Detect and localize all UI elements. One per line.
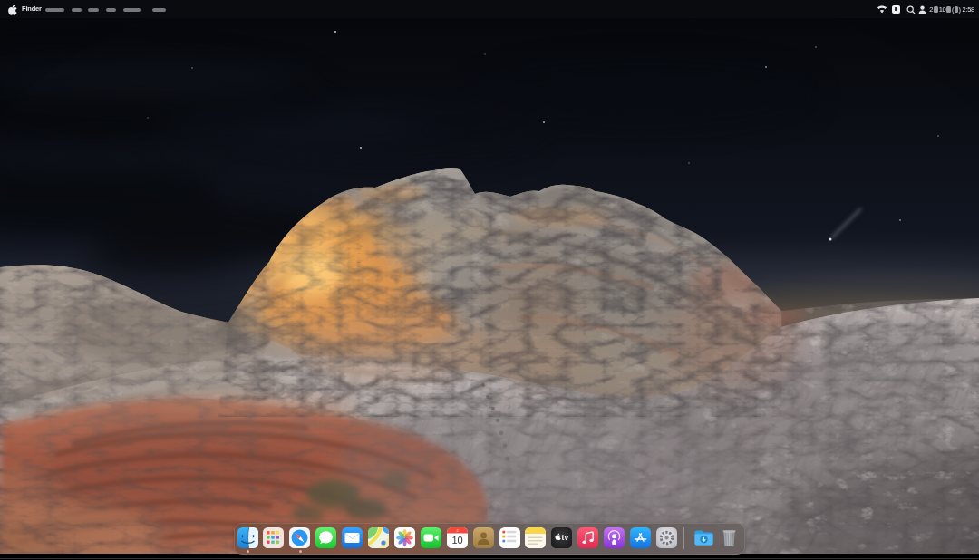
svg-text:tv: tv bbox=[562, 533, 569, 542]
svg-text:10: 10 bbox=[451, 534, 462, 545]
